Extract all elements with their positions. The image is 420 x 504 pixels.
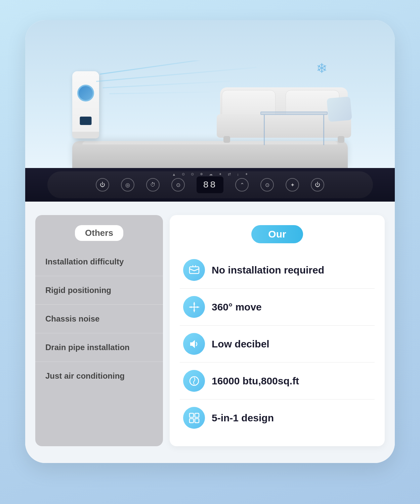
others-item-1: Rigid positioning — [35, 276, 163, 305]
feature-icon-4 — [183, 407, 205, 429]
coffee-table — [260, 112, 328, 145]
feature-text-2: Low decibel — [212, 338, 269, 350]
others-header: Others — [35, 225, 163, 241]
svg-marker-7 — [190, 340, 195, 348]
panel-button-speed[interactable]: ⊙ — [260, 178, 274, 192]
svg-rect-10 — [195, 413, 199, 417]
device-card: ❄ ▲ ⊙ ⊙ ❄ ☁ ✦ ⇄ ↕ ✦ ⏻ ◎ ⏱ ⊙ 88 ⌃ ⊙ ✦ ⏻ — [25, 20, 395, 463]
feature-icon-0 — [183, 259, 205, 281]
svg-marker-6 — [197, 306, 199, 308]
comparison-section: Others Installation difficulty Rigid pos… — [25, 202, 395, 463]
our-badge: Our — [251, 225, 303, 243]
panel-button-onoff[interactable]: ⏻ — [311, 178, 324, 192]
panel-button-timer1[interactable]: ⏱ — [146, 178, 160, 192]
panel-button-timer2[interactable]: ⊙ — [171, 178, 185, 192]
others-item-3: Drain pipe installation — [35, 333, 163, 362]
ac-screen — [80, 117, 92, 125]
indicator-2: ⊙ — [182, 172, 185, 176]
ac-base — [72, 132, 99, 138]
svg-rect-9 — [190, 413, 194, 417]
indicator-5: ☁ — [209, 172, 213, 176]
our-item-3: 16000 btu,800sq.ft — [180, 363, 375, 400]
others-item-4: Just air conditioning — [35, 362, 163, 390]
table-leg-front-left — [264, 115, 265, 145]
airflow-line-1 — [100, 60, 240, 75]
airflow-container — [92, 60, 260, 101]
panel-button-mode[interactable]: ⌃ — [235, 178, 249, 192]
shelf — [72, 141, 348, 168]
feature-icon-2 — [183, 333, 205, 355]
indicator-1: ▲ — [172, 172, 176, 176]
control-panel: ▲ ⊙ ⊙ ❄ ☁ ✦ ⇄ ↕ ✦ ⏻ ◎ ⏱ ⊙ 88 ⌃ ⊙ ✦ ⏻ — [25, 168, 395, 202]
our-item-0: No installation required — [180, 252, 375, 289]
others-badge: Others — [75, 225, 123, 241]
indicator-4: ❄ — [200, 172, 203, 176]
indicator-9: ✦ — [245, 172, 248, 176]
indicator-6: ✦ — [219, 172, 222, 176]
svg-marker-4 — [193, 310, 195, 312]
panel-button-fan[interactable]: ✦ — [286, 178, 299, 192]
feature-icon-3 — [183, 370, 205, 392]
feature-text-4: 5-in-1 design — [212, 412, 274, 424]
others-item-2: Chassis noise — [35, 305, 163, 333]
table-leg-front-right — [323, 115, 324, 145]
table-top — [260, 112, 328, 115]
our-item-2: Low decibel — [180, 326, 375, 363]
panel-indicators-row: ▲ ⊙ ⊙ ❄ ☁ ✦ ⇄ ↕ ✦ — [172, 172, 248, 176]
panel-button-eye[interactable]: ◎ — [121, 178, 134, 192]
indicator-8: ↕ — [237, 172, 239, 176]
our-header: Our — [180, 225, 375, 243]
others-column: Others Installation difficulty Rigid pos… — [35, 215, 163, 446]
airflow-line-2 — [96, 67, 257, 82]
our-item-1: 360° move — [180, 289, 375, 326]
panel-display: 88 — [197, 176, 223, 193]
airflow-line-3 — [102, 81, 230, 88]
others-item-0: Installation difficulty — [35, 248, 163, 276]
airflow-line-4 — [109, 91, 210, 94]
sofa-leg-left — [223, 136, 230, 143]
ac-fan — [77, 85, 94, 101]
svg-rect-0 — [190, 267, 199, 274]
feature-icon-1 — [183, 296, 205, 318]
indicator-7: ⇄ — [228, 172, 231, 176]
svg-rect-11 — [190, 419, 194, 423]
svg-marker-5 — [190, 306, 192, 308]
indicator-3: ⊙ — [191, 172, 194, 176]
svg-rect-12 — [195, 419, 199, 423]
our-item-4: 5-in-1 design — [180, 400, 375, 436]
feature-text-0: No installation required — [212, 264, 324, 276]
panel-button-power[interactable]: ⏻ — [96, 178, 109, 192]
our-column: Our No installation required — [170, 215, 385, 446]
scene-area: ❄ — [25, 20, 395, 168]
feature-text-3: 16000 btu,800sq.ft — [212, 375, 299, 387]
svg-marker-3 — [193, 302, 195, 304]
sofa-leg-right — [338, 136, 344, 143]
feature-text-1: 360° move — [212, 301, 262, 313]
sofa-pillow — [327, 96, 352, 122]
snowflake-icon: ❄ — [316, 60, 328, 76]
